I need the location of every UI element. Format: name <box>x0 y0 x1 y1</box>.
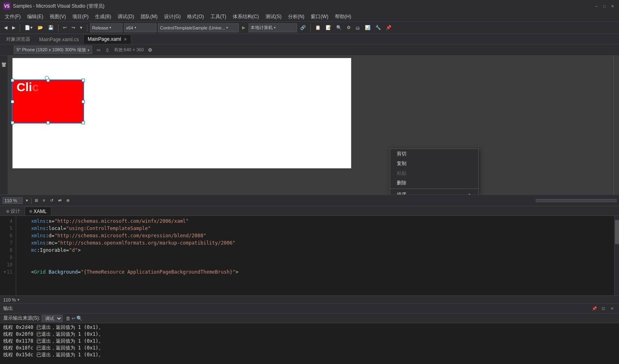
horizontal-scrollbar[interactable] <box>536 199 617 202</box>
menu-view[interactable]: 视图(V) <box>46 13 69 21</box>
portrait-icon[interactable]: ▭ <box>95 46 103 54</box>
context-menu-copy[interactable]: 复制 <box>390 159 478 168</box>
tab-mainpage-cs[interactable]: MainPage.xaml.cs <box>35 34 83 44</box>
rotate-handle[interactable] <box>45 76 49 80</box>
tab-mainpage-xaml[interactable]: MainPage.xaml ✕ <box>83 34 131 44</box>
save-all-button[interactable]: 💾 <box>46 23 55 32</box>
tab-design[interactable]: ⊕ 设计 <box>2 207 25 215</box>
toolbar-sep-2 <box>58 24 59 31</box>
extra-btn-3[interactable]: 🔍 <box>335 23 343 32</box>
code-scrollbar-thumb[interactable] <box>615 220 619 244</box>
output-source-select[interactable]: 调试 <box>42 315 63 322</box>
extra-btn-1[interactable]: 📋 <box>314 23 322 32</box>
list-view-btn[interactable]: ≡ <box>41 197 47 205</box>
collapse-icon-11[interactable]: ▼ <box>4 270 6 274</box>
menu-bar: 文件(F) 编辑(E) 视图(V) 项目(P) 生成(B) 调试(D) 团队(M… <box>0 12 619 22</box>
tab-xaml[interactable]: ⊕ XAML <box>25 207 51 215</box>
refresh-btn[interactable]: ↺ <box>48 197 55 205</box>
output-close-btn[interactable]: ✕ <box>608 305 616 312</box>
design-icon: ⊕ <box>6 209 9 213</box>
output-pin-btn[interactable]: 📌 <box>591 305 598 312</box>
red-button-element[interactable]: Clic <box>13 80 83 123</box>
device-settings-icon[interactable]: ⚙ <box>146 46 154 54</box>
undo-arrow[interactable]: ▾ <box>78 23 84 32</box>
code-line-7: xmlns:mc="http://schemas.openxmlformats.… <box>19 239 611 247</box>
code-bottom-bar: 110 % ▾ <box>0 295 619 303</box>
minimize-button[interactable]: ─ <box>593 3 600 9</box>
output-find-btn[interactable]: 🔍 <box>76 316 82 321</box>
run-target-dropdown[interactable]: 本地计算机 ▾ <box>248 23 297 32</box>
attach-button[interactable]: 🔗 <box>299 23 307 32</box>
context-menu-cut[interactable]: 剪切 <box>390 149 478 159</box>
undo-button[interactable]: ↩ <box>61 23 68 32</box>
menu-team[interactable]: 团队(M) <box>137 13 161 21</box>
menu-file[interactable]: 文件(F) <box>2 13 24 21</box>
output-source-label: 显示输出来源(S): <box>3 315 40 322</box>
extra-btn-2[interactable]: 📝 <box>324 23 333 32</box>
code-text-area[interactable]: xmlns:x="http://schemas.microsoft.com/wi… <box>16 216 614 295</box>
extra-btn-8[interactable]: 📌 <box>384 23 393 32</box>
button-text: Clic <box>13 76 43 98</box>
forward-button[interactable]: ▶ <box>11 23 17 32</box>
code-editor-scrollbar[interactable] <box>614 216 619 295</box>
maximize-button[interactable]: □ <box>601 3 608 9</box>
menu-architecture[interactable]: 体系结构(C) <box>229 13 262 21</box>
menu-project[interactable]: 项目(P) <box>69 13 92 21</box>
context-menu-paste[interactable]: 粘贴 <box>390 168 478 178</box>
tab-xaml-label: XAML <box>34 209 47 214</box>
sidebar-object-browser-label[interactable]: 对象浏览器 <box>0 57 8 61</box>
menu-build[interactable]: 生成(B) <box>92 13 114 21</box>
output-clear-btn[interactable]: 🗑 <box>66 316 71 321</box>
output-toolbar-buttons: 📌 ⊡ ✕ <box>591 305 616 312</box>
sort-label: 排序 <box>397 191 406 195</box>
output-dock-btn[interactable]: ⊡ <box>600 305 607 312</box>
menu-debug[interactable]: 调试(D) <box>114 13 137 21</box>
context-menu-sort[interactable]: 排序 ▶ <box>390 190 478 195</box>
document-tab-bar: 对象浏览器 MainPage.xaml.cs MainPage.xaml ✕ <box>0 34 619 44</box>
device-view-icons: ▭ ▯ <box>95 46 112 54</box>
canvas-scrollbar[interactable] <box>613 56 619 195</box>
run-button[interactable]: ▶ <box>240 23 247 32</box>
xaml-icon: ⊕ <box>29 209 32 213</box>
new-button[interactable]: 📄▾ <box>23 23 34 32</box>
menu-edit[interactable]: 编辑(E) <box>24 13 46 21</box>
tab-object-browser[interactable]: 对象浏览器 <box>2 34 35 44</box>
design-toggle <box>3 45 11 55</box>
tab-mainpage-cs-label: MainPage.xaml.cs <box>39 37 79 42</box>
tab-close-mainpage-xaml[interactable]: ✕ <box>124 37 127 42</box>
platform-dropdown[interactable]: x64 ▾ <box>124 23 156 32</box>
landscape-icon[interactable]: ▯ <box>103 46 112 54</box>
grid-view-btn[interactable]: ⊞ <box>33 197 40 205</box>
menu-window[interactable]: 窗口(W) <box>307 13 331 21</box>
delete-label: 删除 <box>397 180 406 186</box>
design-canvas[interactable]: Clic <box>8 56 613 195</box>
line-num-9: 9 <box>0 254 16 261</box>
extra-btn-4[interactable]: ⚙ <box>345 23 352 32</box>
device-dropdown[interactable]: 5* Phone (1920 x 1080) 300% 缩放 ▾ <box>14 46 92 54</box>
sidebar-toolbox-label[interactable]: 工具箱 <box>0 69 8 72</box>
menu-analyze[interactable]: 分析(N) <box>285 13 308 21</box>
expand-all-btn[interactable]: ⊕ <box>65 197 71 205</box>
menu-format[interactable]: 格式(O) <box>184 13 207 21</box>
menu-design[interactable]: 设计(G) <box>161 13 184 21</box>
code-line-5: xmlns:local="using:ControlTemplateSample… <box>19 225 611 232</box>
open-button[interactable]: 📂 <box>36 23 45 32</box>
menu-help[interactable]: 帮助(H) <box>332 13 355 21</box>
sync-btn[interactable]: ⇄ <box>57 197 63 205</box>
extra-btn-6[interactable]: 📊 <box>363 23 372 32</box>
close-button[interactable]: ✕ <box>609 3 616 9</box>
context-menu-delete[interactable]: 删除 <box>390 178 478 188</box>
back-button[interactable]: ◀ <box>2 23 9 32</box>
configuration-dropdown[interactable]: Release ▾ <box>90 23 122 32</box>
code-zoom-dropdown[interactable]: ▾ <box>17 297 19 302</box>
project-dropdown[interactable]: ControlTemplateSample (Unive... ▾ <box>158 23 239 32</box>
extra-btn-5[interactable]: 🗂 <box>354 23 362 32</box>
code-toolbar-sep <box>31 197 32 204</box>
redo-button[interactable]: ↪ <box>70 23 77 32</box>
extra-btn-7[interactable]: 🔧 <box>374 23 383 32</box>
menu-test[interactable]: 测试(S) <box>262 13 285 21</box>
output-wrap-btn[interactable]: ↩ <box>72 316 76 321</box>
zoom-dropdown-btn[interactable]: ▾ <box>24 197 29 205</box>
menu-tools[interactable]: 工具(T) <box>207 13 229 21</box>
vs-icon: VS <box>3 2 11 10</box>
